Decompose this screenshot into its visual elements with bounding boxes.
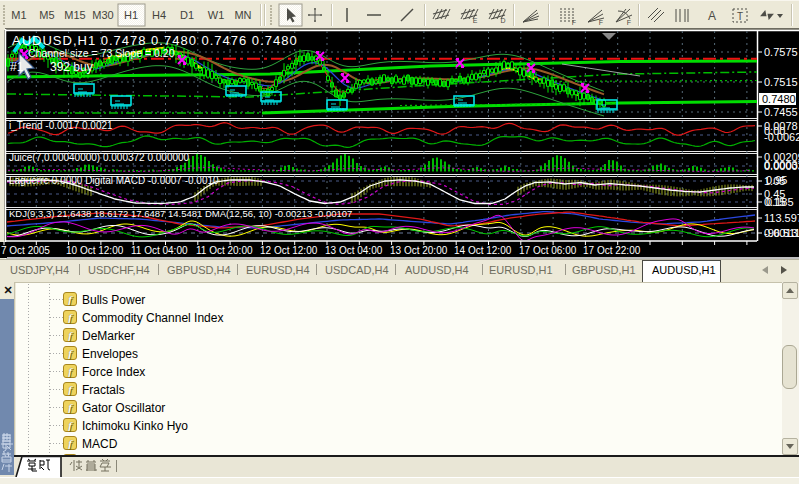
svg-text:F: F bbox=[572, 19, 576, 26]
svg-text:0.7515: 0.7515 bbox=[764, 76, 798, 88]
svg-text:17 Oct 22:00: 17 Oct 22:00 bbox=[583, 245, 641, 256]
svg-text:14 Oct 12:00: 14 Oct 12:00 bbox=[454, 245, 512, 256]
svg-text:113.5979: 113.5979 bbox=[764, 212, 799, 224]
svg-text:11 Oct 20:00: 11 Oct 20:00 bbox=[196, 245, 253, 256]
svg-text:F: F bbox=[599, 19, 603, 26]
svg-text:13 Oct 04:00: 13 Oct 04:00 bbox=[325, 245, 383, 256]
svg-text:D: D bbox=[500, 17, 505, 24]
svg-text:H1: H1 bbox=[124, 9, 138, 21]
svg-text:0.185: 0.185 bbox=[766, 196, 794, 208]
svg-text:12 Oct 12:00: 12 Oct 12:00 bbox=[260, 245, 318, 256]
svg-text:KDJ(9,3,3) 21.6438 18.6172 17.: KDJ(9,3,3) 21.6438 18.6172 17.6487 14.54… bbox=[9, 208, 352, 219]
svg-text:10 Oct 12:00: 10 Oct 12:00 bbox=[66, 245, 124, 256]
svg-text:W1: W1 bbox=[208, 9, 225, 21]
svg-text:0.7575: 0.7575 bbox=[764, 46, 798, 58]
svg-text:MN: MN bbox=[234, 9, 251, 21]
svg-text:#1: #1 bbox=[10, 60, 24, 74]
svg-text:Channel size = 73 Slope = 0.20: Channel size = 73 Slope = 0.20 bbox=[28, 47, 175, 59]
svg-text:0.95: 0.95 bbox=[766, 174, 787, 186]
svg-text:M15: M15 bbox=[64, 9, 85, 21]
svg-text:0.0013: 0.0013 bbox=[764, 227, 798, 239]
svg-text:0.7455: 0.7455 bbox=[764, 106, 798, 118]
svg-text:M30: M30 bbox=[92, 9, 113, 21]
svg-text:0.7480: 0.7480 bbox=[762, 93, 796, 105]
svg-text:A: A bbox=[708, 9, 716, 23]
svg-text:M5: M5 bbox=[39, 9, 54, 21]
svg-text:Juice(7,0.00040000) 0.000372 0: Juice(7,0.00040000) 0.000372 0.000000 bbox=[9, 152, 190, 163]
svg-text:i_Trend -0.0017 0.0021: i_Trend -0.0017 0.0021 bbox=[9, 120, 113, 131]
svg-text:E: E bbox=[473, 17, 478, 24]
svg-text:392 buy: 392 buy bbox=[50, 60, 93, 74]
svg-text:17 Oct 06:00: 17 Oct 06:00 bbox=[519, 245, 577, 256]
svg-text:F: F bbox=[627, 19, 631, 26]
svg-text:H4: H4 bbox=[152, 9, 166, 21]
svg-text:Laguerre 0.0000 Digital MACD: Laguerre 0.0000 Digital MACD -0.0007 -0.… bbox=[9, 175, 219, 186]
svg-text:13 Oct 20:00: 13 Oct 20:00 bbox=[390, 245, 448, 256]
svg-text:M1: M1 bbox=[11, 9, 26, 21]
svg-text:T: T bbox=[737, 11, 743, 22]
svg-text:11 Oct 04:00: 11 Oct 04:00 bbox=[131, 245, 188, 256]
svg-text:7 Oct 2005: 7 Oct 2005 bbox=[1, 245, 50, 256]
svg-text:0.000372: 0.000372 bbox=[764, 159, 799, 171]
svg-text:AUDUSD,H1 0.7478 0.7480 0.747: AUDUSD,H1 0.7478 0.7480 0.7476 0.7480 bbox=[12, 33, 298, 48]
svg-text:-0.0062: -0.0062 bbox=[764, 131, 799, 143]
svg-text:D1: D1 bbox=[180, 9, 194, 21]
